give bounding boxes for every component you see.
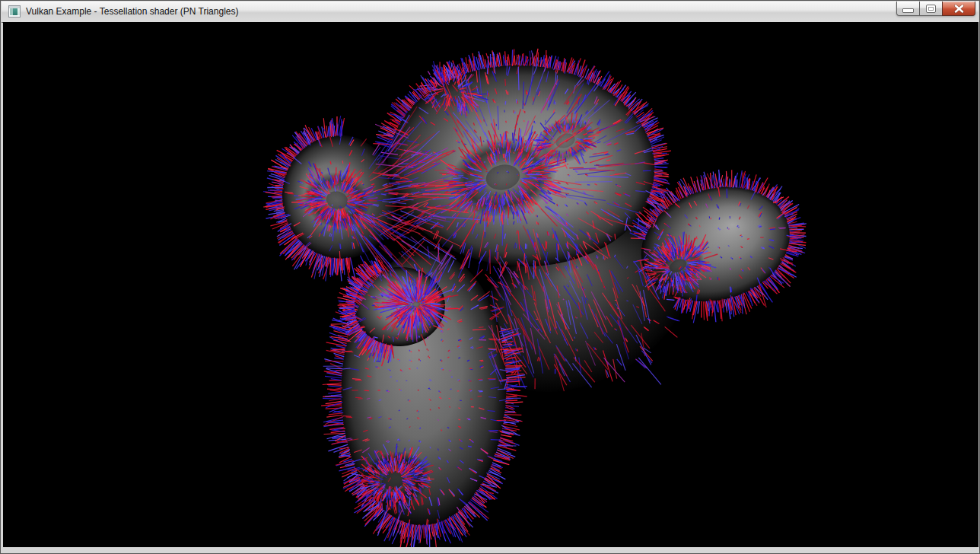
maximize-icon <box>926 5 936 13</box>
vulkan-render-canvas[interactable] <box>3 22 978 547</box>
minimize-icon <box>902 8 914 13</box>
app-window: Vulkan Example - Tessellation shader (PN… <box>0 0 980 554</box>
window-title: Vulkan Example - Tessellation shader (PN… <box>26 2 238 22</box>
title-bar[interactable]: Vulkan Example - Tessellation shader (PN… <box>2 2 978 23</box>
minimize-button[interactable] <box>896 2 919 16</box>
close-icon <box>954 5 964 13</box>
application-icon <box>8 5 21 18</box>
window-controls <box>896 2 975 16</box>
render-viewport[interactable] <box>3 22 978 547</box>
maximize-button[interactable] <box>919 2 942 16</box>
close-button[interactable] <box>942 2 975 16</box>
